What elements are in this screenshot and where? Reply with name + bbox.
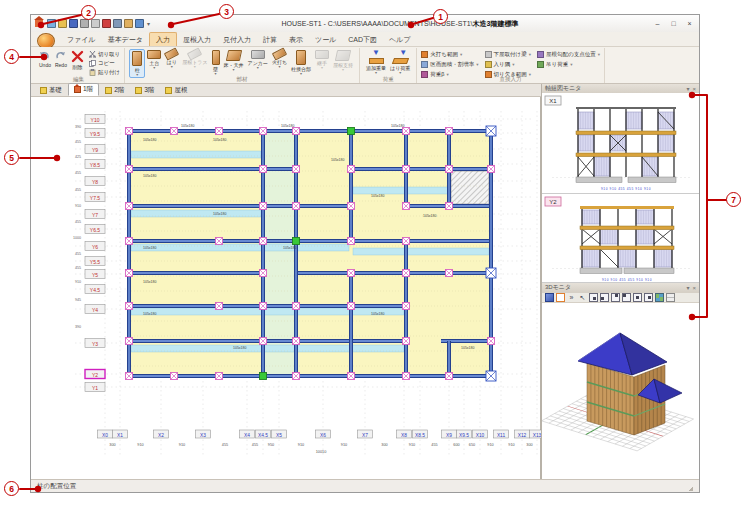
ribbon-tab-屋根入力[interactable]: 屋根入力 <box>177 33 217 46</box>
ribbon-tab-CAD下図[interactable]: CAD下図 <box>342 33 383 46</box>
minimize-button[interactable]: – <box>650 18 665 29</box>
close-icon[interactable]: × <box>692 86 696 92</box>
clip-icon[interactable] <box>666 293 675 302</box>
pan-icon[interactable] <box>124 19 133 28</box>
svg-text:425: 425 <box>75 155 81 159</box>
ribbon-group-load: ▼ 追加重量 ▾ ▼ はり荷重 ▾ 荷重 <box>360 48 417 83</box>
help-icon[interactable] <box>135 19 144 28</box>
grid-toggle-icon[interactable] <box>655 293 664 302</box>
beam-load-icon: ▼ <box>392 50 408 64</box>
add-weight-button[interactable]: ▼ 追加重量 ▾ <box>364 49 388 75</box>
view-left-icon[interactable] <box>611 293 620 302</box>
house-icon <box>74 86 81 93</box>
elevation-view-x1[interactable]: 910 910 455 455 910 910X1 <box>542 93 699 194</box>
view-front-icon[interactable] <box>589 293 598 302</box>
close-icon[interactable]: × <box>692 285 696 291</box>
member-button-屋根支持[interactable]: 屋根支持▾ <box>331 49 355 72</box>
ribbon-tab-表示[interactable]: 表示 <box>283 33 309 46</box>
cut-button[interactable]: 切り取り <box>89 51 120 58</box>
delete-button[interactable]: 削除 <box>69 49 86 71</box>
direct-item-下屋取付け梁[interactable]: 下屋取付け梁▾ <box>485 51 532 58</box>
svg-text:600: 600 <box>453 443 459 447</box>
direct-item-入り隅[interactable]: 入り隅▾ <box>485 61 532 68</box>
undo-button[interactable]: Undo <box>37 49 53 69</box>
ribbon-tab-ヘルプ[interactable]: ヘルプ <box>383 33 417 46</box>
view-iso-icon[interactable] <box>644 293 653 302</box>
redo-button[interactable]: Redo <box>53 49 69 69</box>
ribbon-tab-見付入力[interactable]: 見付入力 <box>217 33 257 46</box>
member-button-火打ち[interactable]: 火打ち▾ <box>270 49 289 69</box>
direct-item-icon <box>421 51 428 58</box>
annotation-number-7: 7 <box>726 192 741 207</box>
ribbon-tab-ファイル[interactable]: ファイル <box>61 33 102 46</box>
resize-grip[interactable] <box>684 482 693 491</box>
new-icon[interactable] <box>47 19 56 28</box>
member-button-はり[interactable]: はり▾ <box>163 49 180 69</box>
floor-tab-屋根[interactable]: 屋根 <box>160 85 192 96</box>
svg-text:105x180: 105x180 <box>213 138 226 142</box>
open-icon[interactable] <box>58 19 67 28</box>
member-button-継手[interactable]: 継手▾ <box>313 49 331 70</box>
dropdown-arrow-icon: ▾ <box>321 66 323 69</box>
delete-icon[interactable] <box>102 19 111 28</box>
member-button-壁[interactable]: 壁▾ <box>210 49 222 76</box>
quick-access-toolbar: ▾ <box>47 19 150 28</box>
svg-text:Y5.5: Y5.5 <box>90 259 101 265</box>
select-icon[interactable]: ↖ <box>578 293 587 302</box>
copy-button[interactable]: コピー <box>89 60 120 67</box>
collapse-icon[interactable]: ▾ <box>686 284 689 291</box>
view-right-icon[interactable] <box>622 293 631 302</box>
floor-tab-2階[interactable]: 2階 <box>100 85 129 96</box>
svg-text:Y5: Y5 <box>92 272 98 278</box>
direct-item-icon <box>485 61 492 68</box>
svg-text:390: 390 <box>75 125 81 129</box>
floor-icon <box>40 87 47 94</box>
direct-item-火打ち範囲[interactable]: 火打ち範囲▾ <box>421 51 478 58</box>
direct-item-吊り荷重[interactable]: 吊り荷重▾ <box>537 61 600 68</box>
ribbon-tab-row: ファイル基本データ入力屋根入力見付入力計算表示ツールCAD下図ヘルプ <box>31 32 699 47</box>
ribbon-tab-ツール[interactable]: ツール <box>309 33 342 46</box>
direct-item-屋根勾配の支点位置[interactable]: 屋根勾配の支点位置▾ <box>537 51 600 58</box>
svg-text:300: 300 <box>526 443 532 447</box>
ribbon-tab-基本データ[interactable]: 基本データ <box>102 33 149 46</box>
preview-icon[interactable] <box>91 19 100 28</box>
zoom-icon[interactable] <box>113 19 122 28</box>
maximize-button[interactable]: □ <box>666 18 681 29</box>
save-icon[interactable] <box>69 19 78 28</box>
beam-load-button[interactable]: ▼ はり荷重 ▾ <box>388 49 412 75</box>
member-button-柱[interactable]: 柱▾ <box>129 49 145 78</box>
svg-text:X7: X7 <box>362 433 368 438</box>
close-button[interactable]: × <box>682 18 697 29</box>
svg-text:X1: X1 <box>549 98 557 104</box>
member-button-土台[interactable]: 土台▾ <box>145 49 163 70</box>
member-屋根支持-icon <box>335 50 351 61</box>
wire-view-icon[interactable] <box>556 293 565 302</box>
floor-tab-3階[interactable]: 3階 <box>130 85 159 96</box>
member-button-アンカー[interactable]: アンカー▾ <box>246 49 270 70</box>
direct-item-区画面積・割増率[interactable]: 区画面積・割増率▾ <box>421 61 478 68</box>
floor-tab-label: 基礎 <box>49 86 62 95</box>
print-icon[interactable] <box>80 19 89 28</box>
elevation-y2-drawing: 910 910 455 455 910 910Y2 <box>542 194 700 282</box>
elevation-view-y2[interactable]: 910 910 455 455 910 910Y2 <box>542 194 699 283</box>
view-back-icon[interactable] <box>600 293 609 302</box>
expand-icon[interactable]: » <box>567 293 576 302</box>
svg-text:1000: 1000 <box>73 236 81 240</box>
floor-tab-基礎[interactable]: 基礎 <box>35 85 67 96</box>
svg-text:390: 390 <box>75 325 81 329</box>
floor-tab-1階[interactable]: 1階 <box>68 83 99 96</box>
floor-tab-label: 1階 <box>83 85 93 94</box>
collapse-icon[interactable]: ▾ <box>686 85 689 92</box>
member-button-床・天井[interactable]: 床・天井▾ <box>222 49 246 72</box>
clipboard-stack: 切り取り コピー 貼り付け <box>89 49 120 76</box>
member-button-屋根トラス[interactable]: 屋根トラス▾ <box>180 49 209 69</box>
plan-canvas[interactable]: 105x180105x180105x180105x180105x180105x1… <box>31 97 541 479</box>
solid-view-icon[interactable] <box>545 293 554 302</box>
ribbon-tab-入力[interactable]: 入力 <box>149 32 177 46</box>
perspective-3d-view[interactable] <box>542 303 699 480</box>
annotation-number-1: 1 <box>433 9 448 24</box>
ribbon-tab-計算[interactable]: 計算 <box>257 33 283 46</box>
member-button-柱接合部[interactable]: 柱接合部▾ <box>289 49 313 76</box>
view-top-icon[interactable] <box>633 293 642 302</box>
svg-text:X1: X1 <box>117 433 123 438</box>
